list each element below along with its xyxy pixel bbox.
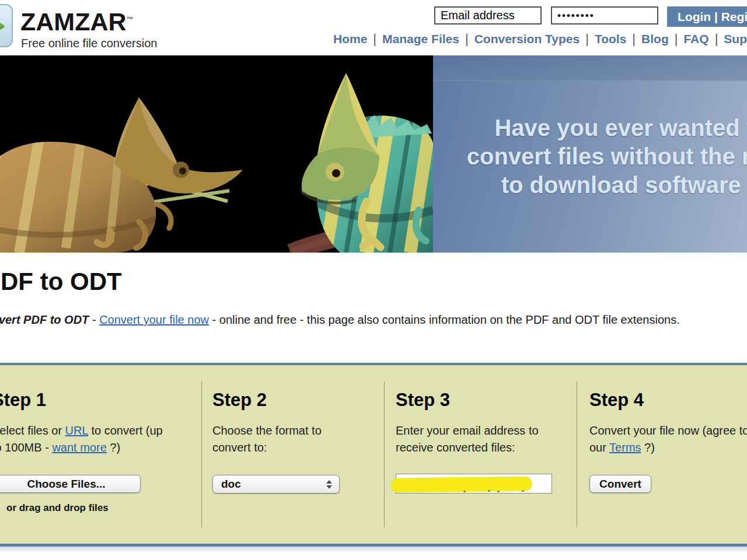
step-2-text: Choose the format to convert to: [212,422,359,456]
step-3-column: Step 3 Enter your email address to recei… [384,365,577,544]
select-stepper-icon [326,480,332,489]
drag-drop-note: or drag and drop files [6,502,201,514]
format-select-value: doc [221,478,241,491]
intro-paragraph: Convert PDF to ODT - Convert your file n… [0,313,747,327]
step-4-title: Step 4 [589,390,747,411]
zamzar-logo[interactable]: ZAMZAR™ Free online file conversion [0,3,219,52]
header: ZAMZAR™ Free online file conversion Logi… [0,0,747,55]
brand-name: ZAMZAR™ [20,8,134,36]
step-2-column: Step 2 Choose the format to convert to: … [201,365,384,544]
step-4-column: Step 4 Convert your file now (agree to o… [577,365,747,544]
nav-separator: | [465,32,469,47]
intro-section: PDF to ODT Convert PDF to ODT - Convert … [0,253,747,363]
zamzar-arrow-icon [0,4,13,47]
step-2-title: Step 2 [212,390,384,411]
step-1-text: Select files or URL to convert (up to 10… [0,422,170,456]
footer-space [0,547,747,560]
hero-headline: Have you ever wanted to convert files wi… [439,114,747,199]
brand-tagline: Free online file conversion [21,37,157,50]
nav-item-manage-files[interactable]: Manage Files [382,32,459,46]
step-1-title: Step 1 [0,390,201,411]
nav-item-support[interactable]: Support [724,32,747,46]
nav-item-blog[interactable]: Blog [641,32,669,46]
want-more-link[interactable]: want more [52,441,106,454]
convert-button[interactable]: Convert [589,475,651,493]
redaction-highlight [391,477,532,493]
conversion-steps-panel: Step 1 Select files or URL to convert (u… [0,363,747,547]
choose-files-button[interactable]: Choose Files... [0,475,141,493]
nav-item-home[interactable]: Home [333,32,367,46]
nav-item-conversion-types[interactable]: Conversion Types [474,32,580,46]
convert-your-file-now-link[interactable]: Convert your file now [99,313,209,326]
hero-promo-panel: Have you ever wanted to convert files wi… [433,55,747,253]
format-select[interactable]: doc [212,475,340,494]
page-title: PDF to ODT [0,268,747,296]
step-4-text: Convert your file now (agree to our Term… [589,422,747,456]
page: ZAMZAR™ Free online file conversion Logi… [0,0,747,560]
email-field-wrap [396,474,552,494]
step-3-text: Enter your email address to receive conv… [396,422,552,456]
nav-separator: | [373,32,376,47]
login-password-input[interactable] [551,6,658,24]
url-link[interactable]: URL [65,424,88,437]
hero-photo-chameleons [0,55,433,253]
nav-item-tools[interactable]: Tools [595,32,626,46]
terms-link[interactable]: Terms [609,441,641,454]
trademark-symbol: ™ [127,15,134,23]
main-nav: Home | Manage Files | Conversion Types |… [333,32,747,47]
step-1-column: Step 1 Select files or URL to convert (u… [0,365,201,544]
nav-separator: | [675,32,678,47]
login-email-input[interactable] [434,6,542,24]
nav-separator: | [585,32,589,47]
login-register-button[interactable]: Login | Register [667,6,747,27]
step-3-title: Step 3 [396,390,577,411]
nav-item-faq[interactable]: FAQ [683,32,708,46]
hero-panel-topband [433,55,747,81]
hero-banner: Have you ever wanted to convert files wi… [0,55,747,253]
intro-lead-text: Convert PDF to ODT [0,313,89,326]
nav-separator: | [632,32,636,47]
nav-separator: | [715,32,718,47]
redacted-text-marks [488,490,490,492]
